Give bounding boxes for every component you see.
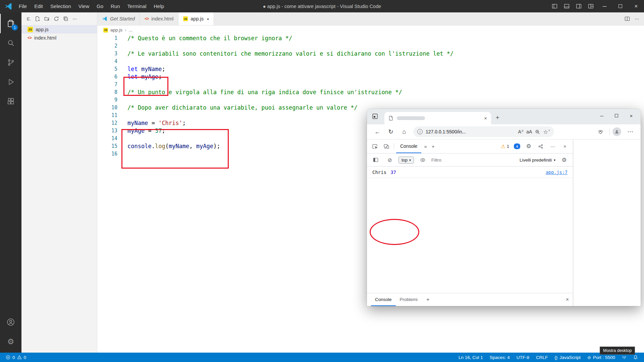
site-info-icon[interactable]: i	[417, 129, 423, 134]
translate-icon[interactable]: aA	[526, 129, 532, 134]
zoom-icon[interactable]	[535, 129, 540, 134]
encoding[interactable]: UTF-8	[517, 355, 529, 360]
code-text: let myName;	[117, 65, 165, 73]
tab-close-icon[interactable]: ×	[484, 115, 487, 121]
log-levels-selector[interactable]: Livelli predefiniti▾	[520, 158, 555, 163]
drawer-add-icon[interactable]: +	[424, 296, 432, 303]
editor-more-icon[interactable]: ⋯	[635, 16, 639, 21]
settings-gear-icon[interactable]: ⚙	[0, 332, 21, 351]
add-tab-icon[interactable]: +	[430, 143, 437, 149]
show-desktop-tooltip: Mostra desktop	[600, 347, 635, 355]
titlebar: FileEditSelectionViewGoRunTerminalHelp ●…	[0, 0, 644, 12]
split-editor-icon[interactable]	[625, 16, 630, 21]
inspect-element-icon[interactable]	[370, 141, 380, 152]
devtools-close-icon[interactable]: ×	[559, 141, 570, 152]
menu-terminal[interactable]: Terminal	[124, 0, 150, 12]
more-actions-icon[interactable]: ⋯	[72, 16, 77, 21]
browser-minimize-button[interactable]: ─	[594, 109, 609, 122]
radio-tower-icon[interactable]	[622, 355, 627, 360]
console-source-link[interactable]: app.js:7	[546, 170, 568, 175]
address-bar[interactable]: i 127.0.0.1:5500/in... A)) aA ☆+	[413, 126, 554, 137]
file-row-app-js[interactable]: JSapp.js	[21, 25, 97, 34]
accounts-icon[interactable]	[0, 312, 21, 332]
menu-file[interactable]: File	[15, 0, 31, 12]
breadcrumb-file[interactable]: app.js	[110, 27, 122, 33]
drawer-close-icon[interactable]: ×	[566, 297, 569, 303]
customize-layout-icon[interactable]	[585, 0, 597, 12]
toggle-secondary-sidebar-icon[interactable]	[573, 0, 585, 12]
warnings-badge[interactable]: ⚠1	[499, 143, 511, 149]
tab-app-js[interactable]: JSapp.js●	[178, 12, 214, 25]
modified-dot-icon[interactable]: ●	[207, 17, 209, 21]
device-toolbar-icon[interactable]	[381, 141, 392, 152]
eye-icon[interactable]	[417, 155, 428, 165]
search-icon[interactable]	[0, 33, 21, 53]
clear-console-icon[interactable]: ⊘	[384, 155, 395, 165]
explorer-icon[interactable]: 1	[0, 14, 21, 33]
address-url[interactable]: 127.0.0.1:5500/in...	[426, 129, 515, 134]
drawer-tab-console[interactable]: Console	[371, 293, 396, 306]
new-tab-icon[interactable]: +	[496, 114, 499, 121]
browser-maximize-button[interactable]	[609, 109, 624, 122]
new-file-icon[interactable]	[35, 16, 40, 21]
browser-settings-more-icon[interactable]: ⋯	[624, 126, 637, 137]
menu-go[interactable]: Go	[93, 0, 107, 12]
source-control-icon[interactable]	[0, 53, 21, 72]
toolbar-divider	[394, 143, 394, 150]
tab-get-started[interactable]: Get Started	[97, 12, 140, 25]
indentation[interactable]: Spaces: 4	[490, 355, 510, 360]
run-debug-icon[interactable]	[0, 72, 21, 92]
workspaces-icon[interactable]	[372, 113, 378, 120]
file-row-index-html[interactable]: <>index.html	[21, 34, 97, 42]
close-button[interactable]: ×	[628, 0, 644, 12]
refresh-icon[interactable]	[54, 16, 59, 21]
browser-close-button[interactable]: ×	[624, 109, 639, 122]
devtools-settings-icon[interactable]: ⚙	[523, 141, 534, 152]
notifications-bell-icon[interactable]	[633, 355, 638, 360]
problems-indicator[interactable]: 0 0	[4, 355, 28, 360]
browser-essentials-icon[interactable]	[594, 126, 607, 137]
favorites-star-icon[interactable]: ☆+	[543, 129, 550, 135]
issues-nodes-icon[interactable]	[535, 141, 546, 152]
menu-help[interactable]: Help	[150, 0, 168, 12]
read-aloud-icon[interactable]: A))	[518, 129, 524, 134]
back-icon[interactable]: ←	[371, 126, 384, 137]
cursor-position[interactable]: Ln 16, Col 1	[459, 355, 483, 360]
messages-badge[interactable]: 4	[512, 143, 522, 149]
devtools-more-icon[interactable]: ⋯	[547, 141, 558, 152]
profile-avatar[interactable]	[612, 127, 621, 136]
console-sidebar-icon[interactable]	[370, 155, 381, 165]
tab-index-html[interactable]: <>index.html	[140, 12, 178, 25]
maximize-button[interactable]	[612, 0, 628, 12]
collapse-all-icon[interactable]	[63, 16, 68, 21]
console-settings-icon[interactable]: ⚙	[559, 155, 570, 165]
extensions-icon[interactable]	[0, 92, 21, 111]
toggle-panel-icon[interactable]	[560, 0, 573, 12]
language-mode[interactable]: {}JavaScript	[554, 355, 581, 360]
toggle-sidebar-icon[interactable]	[548, 0, 560, 12]
drawer-tab-problemi[interactable]: Problemi	[396, 293, 422, 306]
web-page-area[interactable]	[573, 139, 641, 306]
context-selector[interactable]: top▾	[398, 157, 414, 164]
live-server-port[interactable]: ⊘Port : 5500	[587, 355, 615, 360]
menu-selection[interactable]: Selection	[47, 0, 75, 12]
home-icon[interactable]: ⌂	[398, 126, 411, 137]
breadcrumb-ellipsis[interactable]: ...	[129, 27, 132, 33]
devtools-tab-console[interactable]: Console	[396, 139, 421, 153]
breadcrumb[interactable]: JS app.js › ...	[97, 25, 644, 35]
code-text	[117, 112, 127, 119]
console-output[interactable]: Chris37app.js:7	[367, 167, 573, 293]
minimize-button[interactable]: ─	[597, 0, 612, 12]
eol-sequence[interactable]: CRLF	[536, 355, 548, 360]
new-folder-icon[interactable]	[44, 16, 50, 21]
code-token: ,	[189, 143, 196, 149]
filter-input[interactable]	[431, 158, 516, 163]
chevron-down-icon: ▾	[409, 158, 411, 162]
browser-tab[interactable]: ×	[384, 112, 491, 124]
menu-run[interactable]: Run	[107, 0, 124, 12]
menu-view[interactable]: View	[75, 0, 93, 12]
more-tabs-icon[interactable]: »	[422, 143, 429, 149]
code-token: myName	[127, 120, 148, 126]
reload-icon[interactable]: ↻	[384, 126, 397, 137]
menu-edit[interactable]: Edit	[31, 0, 47, 12]
